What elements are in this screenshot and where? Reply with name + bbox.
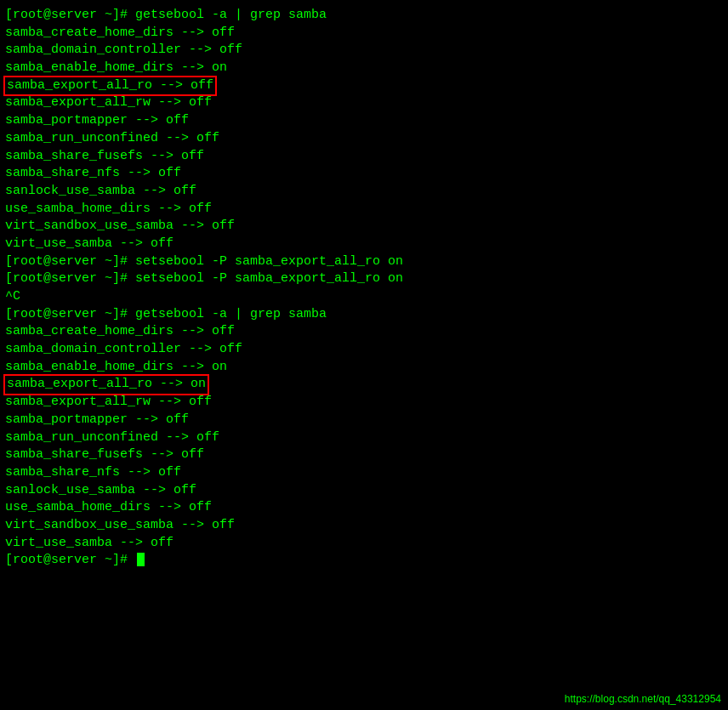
terminal-line: sanlock_use_samba --> off <box>5 183 723 201</box>
terminal-line: samba_share_fusefs --> off <box>5 446 723 464</box>
terminal-line: [root@server ~]# setsebool -P samba_expo… <box>5 253 723 271</box>
terminal-line: samba_share_fusefs --> off <box>5 148 723 166</box>
terminal-line: use_samba_home_dirs --> off <box>5 499 723 517</box>
terminal-window: [root@server ~]# getsebool -a | grep sam… <box>5 7 723 570</box>
terminal-line: samba_portmapper --> off <box>5 112 723 130</box>
terminal-line: virt_sandbox_use_samba --> off <box>5 517 723 535</box>
terminal-line: samba_export_all_ro --> off <box>5 77 723 95</box>
terminal-line: samba_portmapper --> off <box>5 412 723 429</box>
highlighted-line: samba_export_all_ro --> off <box>5 77 215 95</box>
watermark-text: https://blog.csdn.net/qq_43312954 <box>565 693 721 705</box>
terminal-line: samba_run_unconfined --> off <box>5 429 723 447</box>
terminal-line: ^C <box>5 288 723 306</box>
terminal-line: [root@server ~]# getsebool -a | grep sam… <box>5 306 723 324</box>
terminal-line: samba_create_home_dirs --> off <box>5 323 723 341</box>
terminal-line: samba_export_all_ro --> on <box>5 376 723 394</box>
terminal-line: samba_share_nfs --> off <box>5 464 723 482</box>
terminal-line: samba_export_all_rw --> off <box>5 94 723 112</box>
terminal-line: sanlock_use_samba --> off <box>5 482 723 500</box>
terminal-line: samba_run_unconfined --> off <box>5 130 723 148</box>
terminal-line: [root@server ~]# getsebool -a | grep sam… <box>5 7 723 25</box>
terminal-line: virt_sandbox_use_samba --> off <box>5 218 723 236</box>
terminal-line: samba_domain_controller --> off <box>5 42 723 60</box>
terminal-line: samba_domain_controller --> off <box>5 341 723 359</box>
terminal-line: virt_use_samba --> off <box>5 236 723 253</box>
terminal-cursor <box>137 553 145 566</box>
terminal-line: samba_create_home_dirs --> off <box>5 25 723 43</box>
terminal-line: [root@server ~]# setsebool -P samba_expo… <box>5 270 723 288</box>
terminal-line: samba_share_nfs --> off <box>5 165 723 183</box>
terminal-line: [root@server ~]# <box>5 552 723 570</box>
terminal-line: samba_export_all_rw --> off <box>5 394 723 412</box>
highlighted-line: samba_export_all_ro --> on <box>5 376 208 394</box>
terminal-line: samba_enable_home_dirs --> on <box>5 359 723 377</box>
terminal-line: samba_enable_home_dirs --> on <box>5 60 723 77</box>
terminal-line: use_samba_home_dirs --> off <box>5 201 723 219</box>
terminal-line: virt_use_samba --> off <box>5 535 723 553</box>
